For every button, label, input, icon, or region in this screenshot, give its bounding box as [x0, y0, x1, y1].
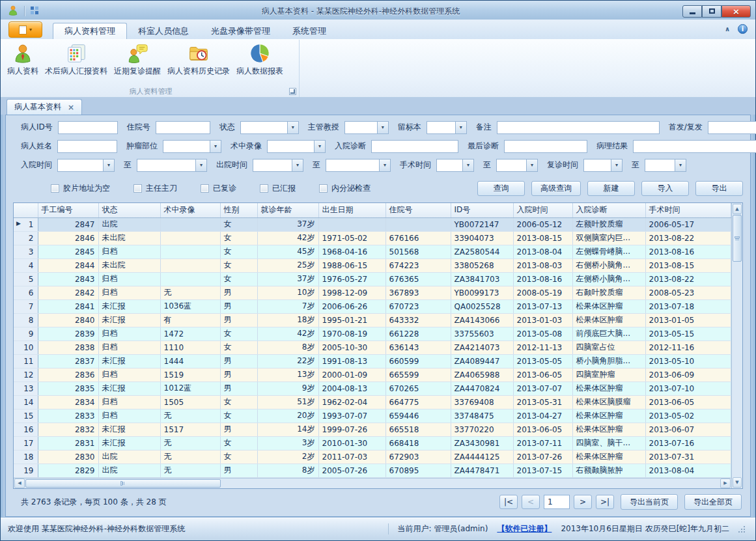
- table-row[interactable]: 4 2844未出院女25岁1988-06-1567422333805268201…: [14, 258, 731, 272]
- table-cell[interactable]: ZA4065988: [451, 368, 513, 381]
- table-cell[interactable]: 2013-07-10: [645, 381, 731, 395]
- table-cell[interactable]: 367893: [385, 286, 451, 299]
- table-cell[interactable]: 2834: [38, 395, 98, 409]
- action-button[interactable]: 高级查询: [531, 181, 581, 196]
- table-cell[interactable]: 未出院: [98, 258, 160, 272]
- checkbox-icon[interactable]: [133, 184, 142, 193]
- software-registered-link[interactable]: 【软件已注册】: [497, 523, 552, 534]
- row-number-cell[interactable]: 2: [14, 231, 38, 245]
- table-cell[interactable]: 2013-08-03: [513, 258, 572, 272]
- table-cell[interactable]: 2013-01-05: [645, 313, 731, 327]
- filter-input[interactable]: [59, 122, 117, 133]
- resize-grip[interactable]: [738, 526, 745, 533]
- table-cell[interactable]: 2013-04-27: [513, 409, 572, 423]
- combo-dropdown-button[interactable]: ▾: [675, 160, 686, 171]
- table-cell[interactable]: 2013-07-11: [513, 436, 572, 450]
- table-cell[interactable]: 松果体区肿瘤: [572, 381, 645, 395]
- filter-input[interactable]: [58, 141, 117, 152]
- first-page-button[interactable]: |<: [499, 495, 518, 509]
- table-row[interactable]: 19 2829出院无男8岁2005-07-26670895ZA447847120…: [14, 464, 731, 477]
- table-cell[interactable]: 2008-05-19: [513, 286, 572, 299]
- table-cell[interactable]: 2847: [38, 217, 98, 231]
- table-cell[interactable]: 2013-06-07: [645, 423, 731, 436]
- combo-dropdown-button[interactable]: ▾: [287, 122, 298, 133]
- table-cell[interactable]: 女: [220, 272, 257, 286]
- table-cell[interactable]: 2005-07-26: [318, 464, 385, 477]
- horizontal-scroll-thumb[interactable]: [25, 479, 221, 488]
- table-cell[interactable]: 643332: [385, 313, 451, 327]
- table-cell[interactable]: 四脑室、脑干...: [572, 436, 645, 450]
- combo-dropdown-button[interactable]: ▾: [455, 122, 466, 133]
- row-number-cell[interactable]: 6: [14, 286, 38, 299]
- row-number-cell[interactable]: 5: [14, 272, 38, 286]
- table-cell[interactable]: 676365: [385, 272, 451, 286]
- table-cell[interactable]: 2013-07-31: [645, 450, 731, 464]
- table-cell[interactable]: 2840: [38, 313, 98, 327]
- table-cell[interactable]: 前颅底巨大脑...: [572, 327, 645, 340]
- table-cell[interactable]: 670723: [385, 299, 451, 313]
- table-cell[interactable]: YB0072147: [451, 217, 513, 231]
- row-number-cell[interactable]: 4: [14, 258, 38, 272]
- table-cell[interactable]: [160, 245, 220, 258]
- checkbox-icon[interactable]: [51, 184, 59, 193]
- combo-dropdown-button[interactable]: ▾: [379, 160, 390, 171]
- table-cell[interactable]: 14岁: [257, 423, 318, 436]
- checkbox-field[interactable]: 已复诊: [201, 183, 236, 194]
- ribbon-tab[interactable]: 科室人员信息: [127, 23, 200, 39]
- action-button[interactable]: 新建: [587, 181, 635, 196]
- table-cell[interactable]: 1988-06-15: [318, 258, 385, 272]
- filter-input[interactable]: [163, 141, 210, 152]
- table-row[interactable]: 10 2838归档1110女8岁2005-10-30636143ZA421407…: [14, 340, 731, 354]
- table-cell[interactable]: 未出院: [98, 231, 160, 245]
- table-cell[interactable]: 女: [220, 450, 257, 464]
- table-cell[interactable]: 1995-01-21: [318, 313, 385, 327]
- table-row[interactable]: 16 2832未汇报1517男14岁1999-07-26665518337702…: [14, 423, 731, 436]
- table-cell[interactable]: 女: [220, 409, 257, 423]
- column-header[interactable]: ID号: [451, 203, 513, 217]
- table-cell[interactable]: 25岁: [257, 258, 318, 272]
- table-cell[interactable]: 松果体区肿瘤: [572, 409, 645, 423]
- page-number-input[interactable]: [544, 495, 570, 509]
- table-cell[interactable]: 2013-08-04: [513, 245, 572, 258]
- table-cell[interactable]: 男: [220, 381, 257, 395]
- table-cell[interactable]: 2013-05-08: [513, 327, 572, 340]
- table-row[interactable]: 3 2845归档女45岁1968-04-16501568ZA2580544201…: [14, 245, 731, 258]
- column-header[interactable]: 入院时间: [513, 203, 572, 217]
- table-cell[interactable]: 42岁: [257, 327, 318, 340]
- table-cell[interactable]: 出院: [98, 450, 160, 464]
- checkbox-field[interactable]: 已汇报: [260, 183, 296, 194]
- table-cell[interactable]: 男: [220, 464, 257, 477]
- table-row[interactable]: 7 2841未汇报1036蓝男7岁2006-06-26670723QA00255…: [14, 299, 731, 313]
- table-cell[interactable]: 670265: [385, 381, 451, 395]
- table-cell[interactable]: 18岁: [257, 313, 318, 327]
- table-cell[interactable]: ZA3841703: [451, 272, 513, 286]
- table-row[interactable]: 15 2833归档无女20岁1993-07-076594463374847520…: [14, 409, 731, 423]
- table-cell[interactable]: 女: [220, 327, 257, 340]
- table-cell[interactable]: 1999-07-26: [318, 423, 385, 436]
- combo-dropdown-button[interactable]: ▾: [103, 160, 114, 171]
- table-cell[interactable]: ZA4444125: [451, 450, 513, 464]
- table-cell[interactable]: 1012蓝: [160, 381, 220, 395]
- table-cell[interactable]: 归档: [98, 327, 160, 340]
- table-cell[interactable]: ZA4143066: [451, 313, 513, 327]
- combo-dropdown-button[interactable]: ▾: [377, 122, 388, 133]
- table-cell[interactable]: 男: [220, 368, 257, 381]
- row-number-cell[interactable]: 10: [14, 340, 38, 354]
- table-row[interactable]: 14 2834归档1505女51岁1962-02-046647753376940…: [14, 395, 731, 409]
- table-cell[interactable]: 8岁: [257, 340, 318, 354]
- export-current-page-button[interactable]: 导出当前页: [621, 494, 678, 510]
- table-cell[interactable]: 1968-04-16: [318, 245, 385, 258]
- filter-input[interactable]: [497, 160, 526, 171]
- revisit-reminder-button[interactable]: 近期复诊提醒: [111, 41, 164, 85]
- table-row[interactable]: ▶1 2847出院女37岁YB00721472006-05-12左额叶胶质瘤20…: [14, 217, 731, 231]
- last-page-button[interactable]: >|: [596, 495, 614, 509]
- table-cell[interactable]: 1971-05-02: [318, 231, 385, 245]
- filter-input[interactable]: [345, 122, 377, 133]
- table-cell[interactable]: QA0025528: [451, 299, 513, 313]
- table-cell[interactable]: 676166: [385, 231, 451, 245]
- table-cell[interactable]: 13岁: [257, 368, 318, 381]
- table-cell[interactable]: 37岁: [257, 217, 318, 231]
- table-cell[interactable]: 无: [160, 286, 220, 299]
- filter-input[interactable]: [437, 160, 462, 171]
- combo-dropdown-button[interactable]: ▾: [611, 160, 622, 171]
